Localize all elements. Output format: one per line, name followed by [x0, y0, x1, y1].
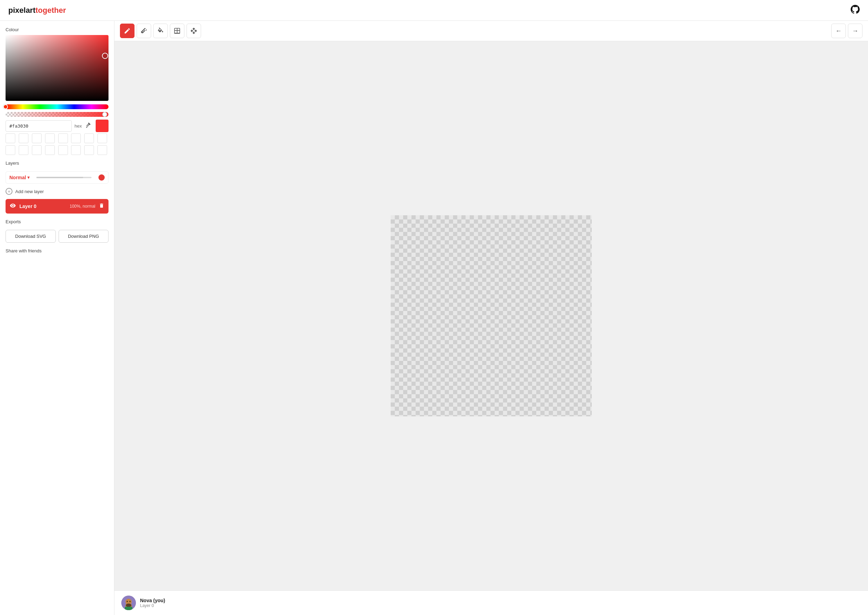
nav-buttons: ← →	[831, 23, 862, 38]
color-swatch[interactable]	[96, 120, 108, 132]
hue-thumb	[3, 105, 8, 109]
user-layer: Layer 0	[140, 603, 165, 608]
color-picker-thumb	[102, 53, 108, 59]
share-label: Share with friends	[6, 248, 108, 253]
layers-label: Layers	[6, 161, 108, 166]
layer-item: Layer 0 100%, normal	[6, 199, 108, 214]
opacity-thumb	[98, 174, 105, 181]
colour-section: Colour hex	[6, 27, 108, 155]
layers-section: Layers Normal ▾ + Add new layer	[6, 161, 108, 214]
colour-label: Colour	[6, 27, 108, 32]
palette-cell[interactable]	[84, 145, 94, 155]
toolbar: ← →	[114, 21, 868, 41]
palette-cell[interactable]	[71, 133, 81, 143]
hex-label: hex	[75, 123, 82, 129]
palette-cell[interactable]	[6, 133, 15, 143]
eraser-tool-button[interactable]	[137, 23, 151, 38]
palette-cell[interactable]	[45, 145, 55, 155]
layer-delete-button[interactable]	[99, 203, 105, 210]
palette-grid	[6, 133, 108, 155]
avatar	[121, 596, 136, 610]
palette-cell[interactable]	[32, 145, 42, 155]
svg-rect-6	[125, 607, 133, 610]
eye-icon[interactable]	[10, 203, 16, 210]
palette-cell[interactable]	[32, 133, 42, 143]
palette-cell[interactable]	[58, 145, 68, 155]
download-png-button[interactable]: Download PNG	[59, 230, 109, 243]
user-bar: Nova (you) Layer 0	[114, 590, 868, 615]
tool-buttons	[120, 23, 201, 38]
blend-mode-row: Normal ▾	[6, 171, 108, 184]
layer-name[interactable]: Layer 0	[19, 203, 66, 209]
alpha-slider[interactable]	[6, 112, 108, 117]
alpha-thumb	[102, 112, 107, 117]
palette-cell[interactable]	[45, 133, 55, 143]
add-layer-label: Add new layer	[15, 189, 44, 194]
nav-back-button[interactable]: ←	[831, 23, 846, 38]
canvas-viewport[interactable]	[114, 41, 868, 590]
layer-info: 100%, normal	[70, 204, 95, 209]
palette-cell[interactable]	[97, 133, 107, 143]
palette-cell[interactable]	[6, 145, 15, 155]
svg-point-5	[129, 601, 131, 602]
hue-slider[interactable]	[6, 105, 108, 109]
share-section: Share with friends	[6, 248, 108, 256]
header: pixelarttogether	[0, 0, 868, 21]
blend-mode-button[interactable]: Normal ▾	[9, 175, 30, 180]
blend-mode-label: Normal	[9, 175, 26, 180]
opacity-slider[interactable]	[36, 177, 92, 178]
svg-point-4	[126, 601, 128, 602]
palette-cell[interactable]	[97, 145, 107, 155]
color-gradient-picker[interactable]	[6, 35, 108, 101]
palette-cell[interactable]	[19, 133, 28, 143]
sidebar: Colour hex	[0, 21, 114, 615]
main: Colour hex	[0, 21, 868, 615]
canvas-area: ← →	[114, 21, 868, 615]
svg-point-3	[126, 604, 131, 607]
pencil-tool-button[interactable]	[120, 23, 134, 38]
chevron-down-icon: ▾	[27, 175, 30, 180]
palette-cell[interactable]	[58, 133, 68, 143]
logo: pixelarttogether	[8, 6, 66, 15]
pixel-canvas[interactable]	[391, 215, 592, 416]
add-layer-button[interactable]: + Add new layer	[6, 187, 108, 196]
palette-cell[interactable]	[71, 145, 81, 155]
palette-cell[interactable]	[84, 133, 94, 143]
logo-black: pixelart	[8, 6, 35, 14]
nav-forward-button[interactable]: →	[848, 23, 862, 38]
eyedropper-button[interactable]	[84, 121, 93, 131]
alpha-overlay	[6, 112, 108, 117]
palette-cell[interactable]	[19, 145, 28, 155]
color-controls: hex	[6, 120, 108, 132]
exports-section: Exports Download SVG Download PNG	[6, 219, 108, 243]
plus-icon: +	[6, 188, 12, 195]
user-name: Nova (you)	[140, 598, 165, 603]
github-icon[interactable]	[851, 5, 860, 16]
move-tool-button[interactable]	[186, 23, 201, 38]
download-svg-button[interactable]: Download SVG	[6, 230, 56, 243]
hex-input[interactable]	[6, 120, 72, 132]
export-buttons: Download SVG Download PNG	[6, 230, 108, 243]
logo-red: together	[35, 6, 66, 14]
grid-tool-button[interactable]	[170, 23, 184, 38]
fill-tool-button[interactable]	[153, 23, 168, 38]
user-info: Nova (you) Layer 0	[140, 598, 165, 608]
exports-label: Exports	[6, 219, 108, 224]
